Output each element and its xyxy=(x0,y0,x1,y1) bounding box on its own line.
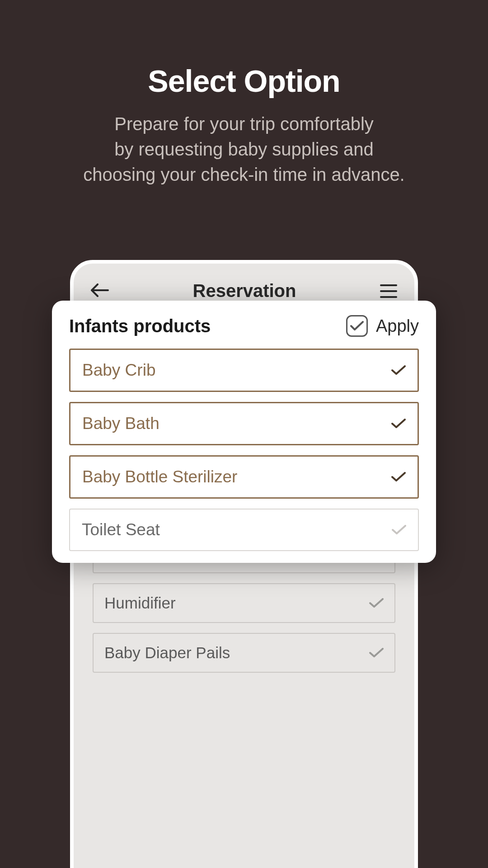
check-icon xyxy=(392,525,406,535)
subtitle-line: Prepare for your trip comfortably xyxy=(114,114,374,134)
option-item-baby-bath[interactable]: Baby Bath xyxy=(69,402,419,445)
option-label: Baby Diaper Pails xyxy=(104,644,230,662)
hamburger-icon xyxy=(380,290,397,292)
options-overlay-card: Infants products Apply Baby Crib Baby Ba… xyxy=(52,301,436,563)
back-button[interactable] xyxy=(91,283,109,299)
check-icon xyxy=(369,598,384,608)
phone-screen-title: Reservation xyxy=(193,281,296,301)
apply-checkbox[interactable] xyxy=(346,315,368,337)
option-item-toilet-seat[interactable]: Toilet Seat xyxy=(69,509,419,551)
overlay-header: Infants products Apply xyxy=(69,315,419,337)
apply-label: Apply xyxy=(376,316,419,336)
option-item-bottle-sterilizer[interactable]: Baby Bottle Sterilizer xyxy=(69,455,419,499)
option-item-baby-crib[interactable]: Baby Crib xyxy=(69,349,419,392)
menu-button[interactable] xyxy=(380,284,397,298)
page-subtitle: Prepare for your trip comfortably by req… xyxy=(0,111,488,187)
option-label: Humidifier xyxy=(104,594,176,612)
option-label: Baby Bottle Sterilizer xyxy=(82,467,237,486)
back-arrow-icon xyxy=(91,283,109,297)
option-label: Toilet Seat xyxy=(82,520,160,539)
check-icon xyxy=(391,419,406,429)
hamburger-icon xyxy=(380,296,397,298)
check-icon xyxy=(391,472,406,482)
subtitle-line: by requesting baby supplies and xyxy=(114,139,374,159)
check-icon xyxy=(369,648,384,658)
option-item-humidifier[interactable]: Humidifier xyxy=(93,583,395,623)
option-label: Baby Bath xyxy=(82,414,160,433)
page-title: Select Option xyxy=(0,63,488,99)
apply-toggle[interactable]: Apply xyxy=(346,315,419,337)
option-item-diaper-pails[interactable]: Baby Diaper Pails xyxy=(93,633,395,673)
overlay-title: Infants products xyxy=(69,316,211,336)
option-label: Baby Crib xyxy=(82,361,155,380)
check-icon xyxy=(391,365,406,375)
check-icon xyxy=(350,321,364,331)
hamburger-icon xyxy=(380,284,397,286)
subtitle-line: choosing your check-in time in advance. xyxy=(83,165,404,184)
